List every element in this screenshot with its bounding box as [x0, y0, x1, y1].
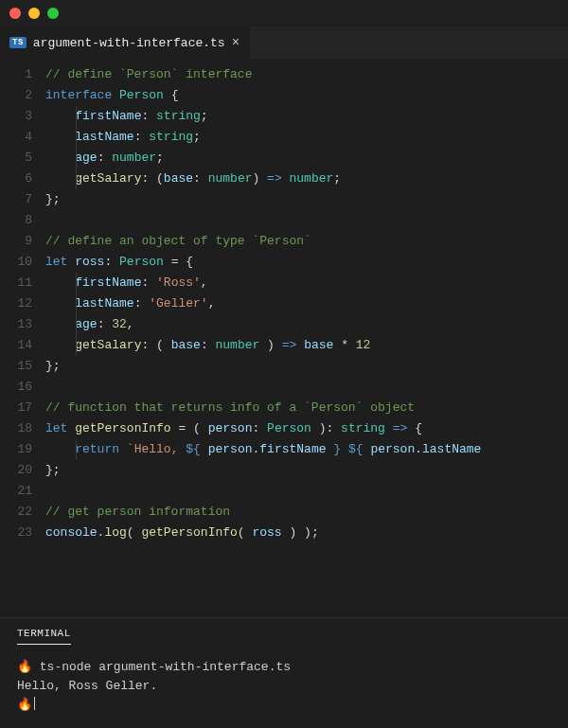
- indent-guide: [76, 314, 77, 335]
- code-line[interactable]: let ross: Person = {: [45, 252, 568, 273]
- code-line[interactable]: getSalary: (base: number) => number;: [45, 169, 568, 189]
- line-number: 2: [0, 85, 32, 106]
- tab-filename: argument-with-interface.ts: [33, 36, 225, 50]
- indent-guide: [76, 335, 77, 356]
- window-minimize-icon[interactable]: [28, 8, 40, 19]
- terminal-tab[interactable]: TERMINAL: [17, 628, 71, 645]
- token: [341, 442, 348, 456]
- code-line[interactable]: [45, 210, 568, 231]
- token: =>: [267, 171, 282, 186]
- line-number: 15: [0, 356, 32, 377]
- window-titlebar: [0, 0, 568, 27]
- code-line[interactable]: };: [45, 189, 568, 210]
- code-line[interactable]: lastName: 'Geller',: [45, 293, 568, 314]
- token: lastName: [422, 442, 481, 456]
- token: 'Geller': [149, 296, 207, 311]
- token: interface: [45, 88, 119, 102]
- tab-bar: TS argument-with-interface.ts ×: [0, 27, 568, 59]
- line-number: 14: [0, 335, 32, 356]
- code-editor[interactable]: 1234567891011121314151617181920212223 //…: [0, 59, 568, 617]
- token: [119, 442, 127, 456]
- code-area[interactable]: // define `Person` interfaceinterface Pe…: [45, 64, 568, 617]
- line-number: 22: [0, 502, 32, 523]
- code-line[interactable]: age: number;: [45, 148, 568, 169]
- terminal-output[interactable]: 🔥 ts-node argument-with-interface.ts Hel…: [17, 658, 551, 715]
- token: base: [164, 171, 193, 186]
- token: ):: [311, 421, 341, 435]
- code-line[interactable]: firstName: 'Ross',: [45, 273, 568, 293]
- code-line[interactable]: // function that returns info of a `Pers…: [45, 398, 568, 418]
- window-close-icon[interactable]: [9, 8, 21, 19]
- token: Person: [119, 88, 164, 102]
- token: Person: [119, 255, 164, 269]
- token: [282, 171, 290, 186]
- code-line[interactable]: [45, 377, 568, 398]
- line-number: 8: [0, 210, 32, 231]
- token: };: [45, 463, 61, 477]
- line-number: 13: [0, 314, 32, 335]
- token: :: [134, 296, 150, 311]
- token: ross: [75, 255, 104, 269]
- token: .: [415, 442, 422, 456]
- token: Person: [267, 421, 311, 435]
- file-tab[interactable]: TS argument-with-interface.ts ×: [0, 27, 250, 59]
- token: return: [75, 442, 119, 456]
- token: :: [193, 171, 208, 186]
- token: : (: [141, 338, 170, 352]
- token: :: [141, 275, 156, 290]
- token: ,: [201, 275, 208, 290]
- code-line[interactable]: age: 32,: [45, 314, 568, 335]
- code-line[interactable]: // define `Person` interface: [45, 64, 568, 85]
- token: `Hello,: [127, 442, 186, 456]
- token: [201, 442, 208, 456]
- token: [385, 421, 393, 435]
- token: :: [104, 255, 119, 269]
- indent-guide: [76, 148, 77, 169]
- close-icon[interactable]: ×: [232, 36, 240, 49]
- code-line[interactable]: let getPersonInfo = ( person: Person ): …: [45, 418, 568, 439]
- token: = (: [171, 421, 208, 435]
- code-line[interactable]: interface Person {: [45, 85, 568, 106]
- token: let: [45, 255, 67, 269]
- token: lastName: [75, 296, 133, 311]
- code-line[interactable]: getSalary: ( base: number ) => base * 12: [45, 335, 568, 356]
- token: 12: [356, 338, 371, 352]
- token: :: [141, 109, 156, 123]
- terminal-line: Hello, Ross Geller.: [17, 677, 551, 696]
- token: number: [215, 338, 259, 352]
- line-number: 20: [0, 460, 32, 481]
- code-line[interactable]: [45, 481, 568, 502]
- token: person: [208, 442, 253, 456]
- token: }: [333, 442, 341, 456]
- token: // get person information: [45, 505, 230, 519]
- token: = {: [164, 255, 193, 269]
- token: ${: [348, 442, 364, 456]
- token: :: [134, 130, 150, 144]
- token: :: [98, 151, 113, 165]
- line-number: 19: [0, 439, 32, 460]
- code-line[interactable]: lastName: string;: [45, 127, 568, 148]
- indent-guide: [76, 439, 77, 460]
- token: ${: [186, 442, 201, 456]
- token: firstName: [75, 109, 141, 123]
- code-line[interactable]: // get person information: [45, 502, 568, 523]
- line-number: 5: [0, 148, 32, 169]
- token: ;: [333, 171, 341, 186]
- code-line[interactable]: firstName: string;: [45, 106, 568, 127]
- token: =>: [393, 421, 408, 435]
- code-line[interactable]: console.log( getPersonInfo( ross ) );: [45, 523, 568, 543]
- indent-guide: [76, 293, 77, 314]
- panel-tabs: TERMINAL: [17, 628, 551, 645]
- token: lastName: [75, 130, 133, 144]
- line-number: 4: [0, 127, 32, 148]
- line-number: 16: [0, 377, 32, 398]
- code-line[interactable]: return `Hello, ${ person.firstName } ${ …: [45, 439, 568, 460]
- window-zoom-icon[interactable]: [47, 8, 59, 19]
- terminal-command: ts-node argument-with-interface.ts: [40, 660, 291, 674]
- code-line[interactable]: // define an object of type `Person`: [45, 231, 568, 252]
- code-line[interactable]: };: [45, 460, 568, 481]
- terminal-cursor: [34, 697, 35, 710]
- token: log: [104, 525, 126, 540]
- code-line[interactable]: };: [45, 356, 568, 377]
- token: age: [75, 151, 97, 165]
